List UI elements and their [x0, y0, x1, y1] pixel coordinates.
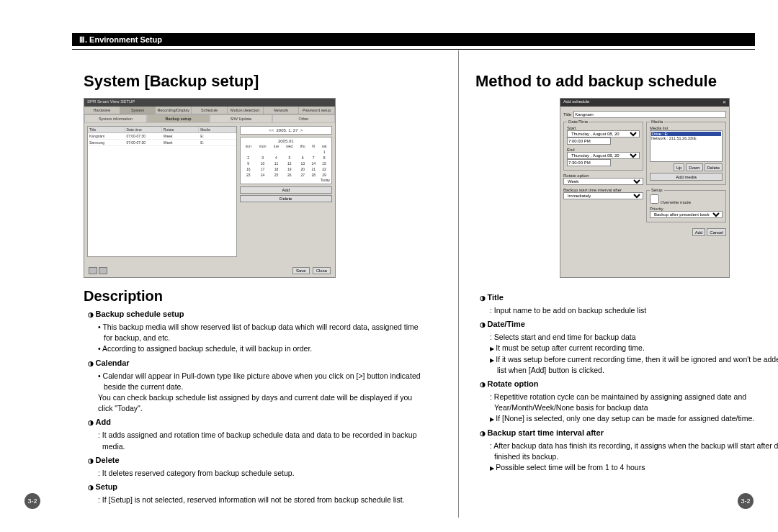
setup-fieldset: Setup Overwrite mode Priority Backup aft…: [646, 188, 726, 222]
description-heading: Description: [84, 288, 422, 305]
desc-calendar-h: Calendar: [88, 358, 422, 369]
calendar-grid: 2005.01 sunmontuewedthufrisat 1 2345678 …: [240, 137, 332, 184]
desc-text: It adds assigned and rotation time of ba…: [98, 430, 422, 451]
desc-setup-h: Setup: [88, 482, 422, 493]
desc-backup-h: Backup schedule setup: [88, 309, 422, 320]
media-list[interactable]: Drive : E: Network : 211.51.26.33\E:: [650, 130, 723, 162]
desc-text: Repetitive rotation cycle can be maintai…: [490, 392, 778, 413]
dialog-add-button[interactable]: Add: [692, 228, 706, 236]
end-date-select[interactable]: Thursday , August 08, 20: [567, 152, 640, 159]
tab-network[interactable]: Network: [264, 107, 300, 114]
add-schedule-screenshot: Add schedule ✕ Title Date/Time Start Thu…: [560, 98, 730, 278]
chapter-header: Ⅲ. Environment Setup: [72, 33, 755, 46]
overwrite-checkbox[interactable]: Overwrite mode: [650, 200, 691, 204]
desc-text: You can check backup schedule list assig…: [98, 392, 422, 414]
tab-password[interactable]: Password setup: [299, 107, 335, 114]
desc-delete-h: Delete: [88, 455, 422, 466]
col-rotate: Rotate: [162, 127, 199, 132]
tab-motion[interactable]: Motion detection: [228, 107, 264, 114]
tab-recording[interactable]: Recording/Display: [156, 107, 192, 114]
desc-text: Input name to be add on backup schedule …: [490, 305, 778, 316]
delete-button[interactable]: Delete: [240, 195, 332, 202]
left-title: System [Backup setup]: [84, 72, 422, 91]
desc-text: Selects start and end time for backup da…: [490, 332, 778, 343]
chapter-label: Ⅲ. Environment Setup: [79, 35, 162, 45]
left-description: Backup schedule setup This backup media …: [84, 309, 422, 505]
subtab-other[interactable]: Other: [272, 114, 335, 123]
r-datetime-h: Date/Time: [480, 319, 778, 330]
col-datetime: Date time: [125, 127, 161, 132]
col-media: Media: [199, 127, 236, 132]
add-button[interactable]: Add: [240, 186, 332, 194]
desc-text: After backup data has finish its recordi…: [490, 441, 778, 462]
interval-select[interactable]: Immediately: [563, 192, 643, 199]
left-column: System [Backup setup] SPR Smart View SET…: [84, 72, 422, 503]
page-number-left: 3-2: [24, 493, 40, 509]
r-interval-h: Backup start time interval after: [480, 428, 778, 439]
subtab-sysinfo[interactable]: System information: [84, 114, 147, 123]
desc-text: This backup media will show reserved lis…: [98, 322, 422, 343]
desc-text: If it was setup before current recording…: [490, 354, 778, 376]
desc-text: Possible select time will be from 1 to 4…: [490, 462, 778, 473]
media-item[interactable]: Network : 211.51.26.33\E:: [651, 136, 721, 140]
add-media-button[interactable]: Add media: [650, 173, 723, 181]
desc-text: If [None] is selected, only one day setu…: [490, 413, 778, 424]
start-time-input[interactable]: [567, 137, 611, 145]
close-button[interactable]: Close: [313, 267, 331, 274]
backup-setup-screenshot: SPR Smart View SETUP Hardware System Rec…: [84, 98, 336, 278]
tab-schedule[interactable]: Schedule: [192, 107, 228, 114]
desc-add-h: Add: [88, 417, 422, 428]
r-rotate-h: Rotate option: [480, 379, 778, 390]
calendar-today[interactable]: Today: [242, 178, 330, 182]
up-button[interactable]: Up: [674, 163, 685, 171]
calendar-nav[interactable]: << 2005. 1. 27 >: [240, 126, 332, 135]
dialog-cancel-button[interactable]: Cancel: [707, 228, 726, 236]
desc-text: Calendar will appear in Pull-down type l…: [98, 371, 422, 392]
down-button[interactable]: Down: [686, 163, 702, 171]
rotate-select[interactable]: Week: [563, 178, 643, 185]
right-column: Method to add backup schedule Add schedu…: [475, 72, 778, 503]
desc-text: According to assigned backup schedule, i…: [98, 343, 422, 354]
priority-select[interactable]: Backup after precedent backup: [650, 211, 723, 218]
close-icon[interactable]: ✕: [723, 99, 726, 106]
shot1-footer-icons: [89, 267, 107, 274]
title-label: Title: [563, 112, 571, 117]
calendar-panel: << 2005. 1. 27 > 2005.01 sunmontuewedthu…: [240, 126, 332, 257]
media-fieldset: Media Media list Drive : E: Network : 21…: [646, 120, 726, 185]
datetime-fieldset: Date/Time Start Thursday , August 08, 20…: [563, 120, 643, 171]
col-title: Title: [88, 127, 125, 132]
header-rule: [72, 49, 755, 50]
desc-text: It deletes reserved category from backup…: [98, 468, 422, 479]
desc-text: If [Setup] is not selected, reserved inf…: [98, 495, 422, 505]
shot2-titlebar: Add schedule ✕: [560, 99, 729, 107]
subtab-backup[interactable]: Backup setup: [147, 114, 210, 123]
desc-text: It must be setup after current recording…: [490, 343, 778, 353]
footer-icon[interactable]: [99, 267, 107, 274]
list-row[interactable]: Kangnam 07:00-07:30 Week E:: [88, 133, 236, 140]
tab-hardware[interactable]: Hardware: [84, 107, 120, 114]
end-time-input[interactable]: [567, 159, 611, 166]
save-button[interactable]: Save: [292, 267, 310, 274]
column-divider: [458, 50, 459, 518]
calendar-table: sunmontuewedthufrisat 1 2345678 91011121…: [242, 143, 330, 178]
footer-icon[interactable]: [89, 267, 97, 274]
right-description: Title Input name to be add on backup sch…: [475, 292, 778, 473]
tab-system[interactable]: System: [120, 107, 156, 114]
r-title-h: Title: [480, 292, 778, 304]
shot1-titlebar: SPR Smart View SETUP: [84, 99, 335, 107]
shot1-subtabs: System information Backup setup S/W Upda…: [84, 114, 335, 123]
start-date-select[interactable]: Thursday , August 08, 20: [567, 130, 640, 137]
delete-media-button[interactable]: Delete: [705, 163, 723, 171]
right-title: Method to add backup schedule: [475, 72, 778, 91]
list-row[interactable]: Samsung 07:00-07:30 Week E:: [88, 140, 236, 146]
shot1-tabs: Hardware System Recording/Display Schedu…: [84, 107, 335, 114]
backup-list: Title Date time Rotate Media Kangnam 07:…: [87, 126, 237, 257]
subtab-swupdate[interactable]: S/W Update: [210, 114, 272, 123]
title-input[interactable]: [573, 111, 726, 118]
